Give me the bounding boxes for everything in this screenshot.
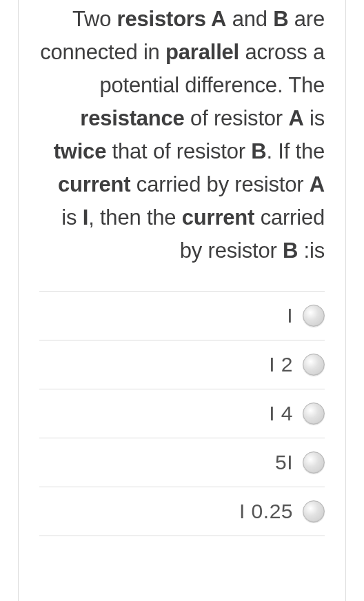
option-label: I: [287, 304, 303, 327]
question-panel: Two resistors A and B are connected in p…: [18, 0, 346, 601]
option-row[interactable]: 5I: [39, 438, 325, 487]
option-row[interactable]: I 0.25: [39, 487, 325, 536]
radio-icon[interactable]: [303, 305, 325, 327]
option-label: I 0.25: [239, 500, 303, 523]
radio-icon[interactable]: [303, 403, 325, 425]
options-list: I I 2 I 4 5I I 0.25: [39, 291, 325, 536]
radio-icon[interactable]: [303, 451, 325, 473]
option-label: 5I: [275, 451, 303, 474]
question-text: Two resistors A and B are connected in p…: [39, 0, 325, 267]
option-label: I 4: [269, 402, 303, 425]
option-label: I 2: [269, 353, 303, 376]
option-row[interactable]: I: [39, 291, 325, 340]
radio-icon[interactable]: [303, 354, 325, 376]
radio-icon[interactable]: [303, 500, 325, 522]
option-row[interactable]: I 2: [39, 340, 325, 389]
option-row[interactable]: I 4: [39, 389, 325, 438]
